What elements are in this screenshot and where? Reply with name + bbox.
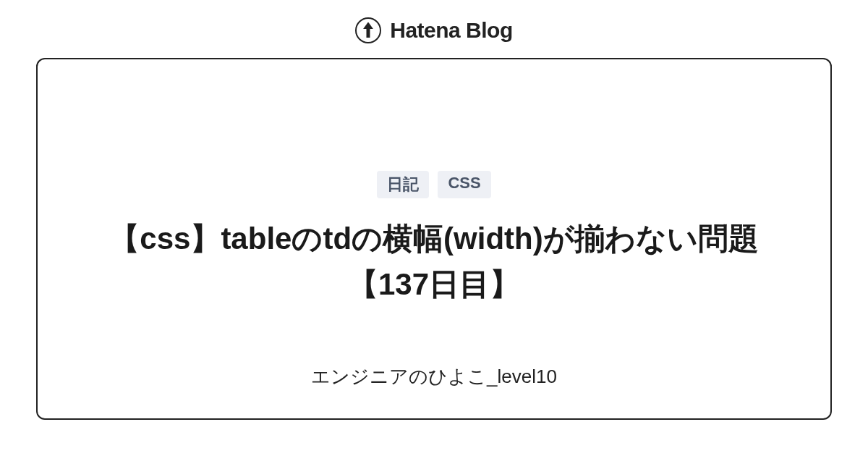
article-card: 日記 CSS 【css】tableのtdの横幅(width)が揃わない問題【13… (36, 58, 832, 420)
tag-list: 日記 CSS (377, 171, 490, 198)
author-name: エンジニアのひよこ_level10 (311, 364, 557, 389)
tag-item: 日記 (377, 171, 429, 198)
tag-item: CSS (438, 171, 490, 198)
hatena-logo-icon (355, 17, 381, 43)
brand-header: Hatena Blog (355, 0, 513, 58)
brand-name: Hatena Blog (390, 18, 513, 43)
article-title: 【css】tableのtdの横幅(width)が揃わない問題【137日目】 (109, 216, 760, 307)
